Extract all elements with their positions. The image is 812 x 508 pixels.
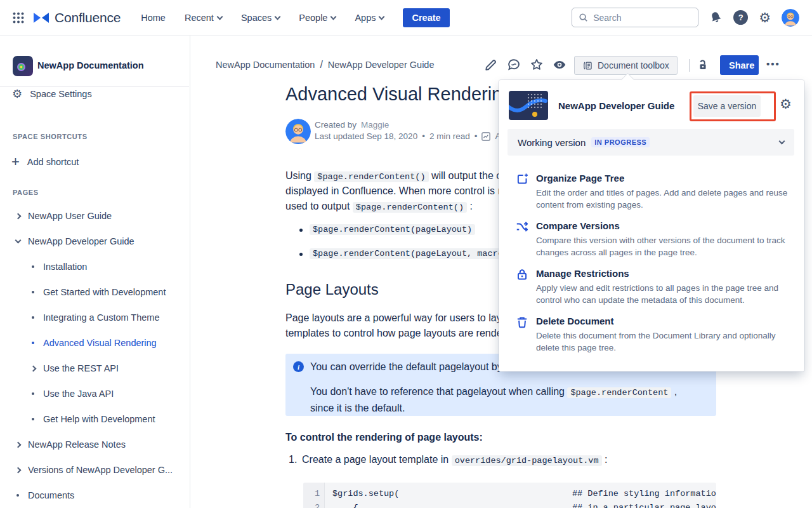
yellow-dot — [532, 112, 537, 117]
sidebar-item-documents[interactable]: Documents — [13, 488, 74, 503]
sidebar-item-release-notes[interactable]: NewApp Release Notes — [13, 437, 126, 452]
chevron-down-icon — [779, 138, 785, 145]
star-icon[interactable] — [530, 58, 544, 72]
document-icon — [582, 60, 593, 71]
chevron-down-icon — [216, 13, 223, 20]
chevron-right-icon — [13, 443, 23, 447]
page-title: Advanced Visual Rendering — [285, 84, 512, 105]
notifications-bell-icon[interactable] — [709, 11, 723, 24]
sidebar-item-installation[interactable]: Installation — [28, 259, 87, 274]
sidebar-item-advanced-visual-rendering[interactable]: Advanced Visual Rendering — [28, 335, 157, 351]
compare-icon — [515, 220, 529, 234]
settings-gear-icon[interactable]: ⚙ — [759, 11, 771, 24]
author-link[interactable]: Maggie — [361, 120, 389, 130]
space-shortcuts-header: SPACE SHORTCUTS — [13, 133, 88, 140]
space-icon — [13, 56, 33, 76]
space-settings[interactable]: ⚙ Space Settings — [12, 88, 92, 100]
sidebar-item-get-help[interactable]: Get Help with Development — [28, 411, 155, 427]
more-actions-icon[interactable]: ••• — [766, 58, 780, 69]
sidebar-item-newapp-user-guide[interactable]: NewApp User Guide — [13, 208, 112, 224]
watch-eye-icon[interactable] — [553, 58, 566, 72]
dot-pattern — [527, 93, 544, 109]
sidebar-item-integrating-theme[interactable]: Integrating a Custom Theme — [28, 310, 160, 325]
byline-created: Created by Maggie — [315, 120, 389, 130]
bullet-icon — [28, 342, 38, 344]
lock-icon — [515, 267, 529, 281]
nav-people[interactable]: People — [299, 13, 336, 23]
popup-doc-title: NewApp Developer Guide — [558, 100, 674, 111]
edit-pencil-icon[interactable] — [484, 58, 498, 72]
info-text-line: You can override the default pagelayout … — [310, 361, 514, 373]
nav-apps[interactable]: Apps — [355, 13, 384, 23]
unlock-icon[interactable] — [696, 58, 710, 72]
popup-gear-icon[interactable]: ⚙ — [780, 97, 792, 112]
inline-code: $page.renderContent — [567, 387, 671, 398]
breadcrumb-page[interactable]: NewApp Developer Guide — [328, 60, 435, 70]
save-a-version-button[interactable]: Save a version — [693, 95, 761, 117]
doc-thumbnail — [509, 91, 548, 120]
add-shortcut[interactable]: + Add shortcut — [11, 156, 79, 168]
nav-recent[interactable]: Recent — [185, 13, 222, 23]
search-input[interactable] — [593, 13, 688, 23]
divider — [0, 86, 189, 87]
chevron-down-icon — [331, 13, 337, 20]
comment-icon[interactable] — [507, 58, 521, 72]
step-text: Create a page layout template in overrid… — [302, 454, 607, 465]
status-badge: IN PROGRESS — [591, 137, 650, 147]
bullet-icon — [299, 229, 303, 232]
sidebar-item-newapp-developer-guide[interactable]: NewApp Developer Guide — [13, 234, 134, 249]
divider — [689, 59, 690, 72]
code-block[interactable]: 1 $grids.setup( ## Define styling inform… — [303, 483, 716, 508]
inline-code: $page.renderContent() — [314, 171, 428, 182]
inline-code: overrides/grid-pagelayout.vm — [452, 455, 602, 466]
paragraph-line: Page layouts are a powerful way for user… — [285, 312, 516, 324]
analytics-icon — [481, 132, 490, 141]
chevron-right-icon — [28, 366, 38, 371]
info-icon: i — [293, 361, 304, 372]
list-item: $page.renderContent(pageLayout) — [310, 223, 475, 234]
chevron-down-icon — [275, 13, 281, 20]
logo-text: Confluence — [55, 10, 121, 25]
sidebar-item-versions[interactable]: Versions of NewApp Developer G... — [13, 462, 173, 478]
working-version-selector[interactable]: Working version IN PROGRESS — [508, 129, 794, 156]
bullet-icon — [28, 265, 38, 268]
author-avatar[interactable] — [285, 119, 311, 144]
chevron-right-icon — [13, 468, 23, 472]
create-button[interactable]: Create — [403, 8, 449, 27]
gear-icon: ⚙ — [12, 88, 22, 100]
user-avatar[interactable] — [782, 9, 799, 27]
page-add-icon — [515, 172, 529, 186]
info-text-paragraph: You don't have to reference that pagelay… — [310, 384, 698, 416]
paragraph-line: used to output $page.renderContent() : — [285, 201, 473, 212]
help-icon[interactable]: ? — [733, 10, 748, 25]
code-line: 2 { ## in a particular page layou — [303, 503, 716, 508]
sidebar-item-get-started[interactable]: Get Started with Development — [28, 284, 166, 300]
document-toolbox-button[interactable]: Document toolbox — [574, 56, 678, 75]
share-button[interactable]: Share — [720, 55, 759, 75]
sidebar: NewApp Documentation ⚙ Space Settings SP… — [0, 36, 190, 508]
bullet-icon — [299, 253, 303, 256]
chevron-down-icon — [379, 13, 385, 20]
chevron-right-icon — [13, 214, 23, 218]
breadcrumb: NewApp Documentation / NewApp Developer … — [216, 59, 434, 70]
plus-icon: + — [11, 156, 20, 168]
sidebar-item-use-rest-api[interactable]: Use the REST API — [28, 361, 119, 376]
main-content: NewApp Documentation / NewApp Developer … — [190, 36, 812, 508]
apps-grid-icon[interactable] — [13, 12, 24, 23]
sidebar-item-use-java-api[interactable]: Use the Java API — [28, 386, 114, 401]
chevron-down-icon — [13, 240, 23, 243]
inline-code: $page.renderContent() — [353, 202, 467, 213]
pages-header: PAGES — [13, 189, 39, 196]
nav-home[interactable]: Home — [141, 13, 166, 23]
confluence-logo[interactable]: Confluence — [33, 10, 121, 25]
search-box[interactable] — [572, 8, 698, 27]
nav-spaces[interactable]: Spaces — [241, 13, 280, 23]
bullet-icon — [13, 494, 23, 497]
document-toolbox-popup: NewApp Developer Guide Save a version ⚙ … — [499, 80, 804, 371]
byline-meta: Last updated Sep 18, 2020 • 2 min read •… — [315, 131, 501, 141]
code-line: 1 $grids.setup( ## Define styling inform… — [303, 489, 716, 502]
top-navigation: Confluence Home Recent Spaces People App… — [0, 0, 812, 36]
section-heading: Page Layouts — [285, 281, 379, 298]
trash-icon — [515, 315, 529, 329]
breadcrumb-space[interactable]: NewApp Documentation — [216, 60, 315, 70]
